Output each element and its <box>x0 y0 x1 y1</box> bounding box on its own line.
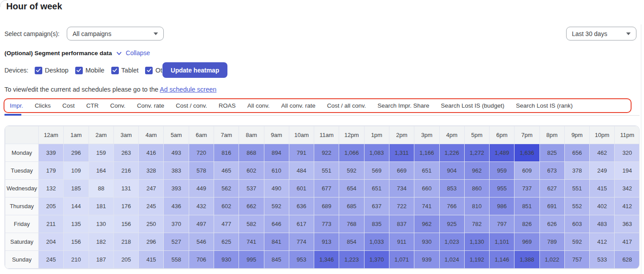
heatmap-cell-monday-9am[interactable]: 894 <box>264 144 289 162</box>
device-checkbox-tablet[interactable]: Tablet <box>111 67 139 74</box>
heatmap-cell-friday-6pm[interactable]: 797 <box>490 215 514 233</box>
heatmap-cell-thursday-11pm[interactable]: 412 <box>615 197 640 215</box>
heatmap-cell-saturday-12am[interactable]: 204 <box>39 233 64 251</box>
update-heatmap-button[interactable]: Update heatmap <box>162 62 227 78</box>
tab-search-lost-is-budget[interactable]: Search Lost IS (budget) <box>441 102 505 109</box>
heatmap-cell-sunday-1am[interactable]: 210 <box>64 251 89 269</box>
heatmap-cell-friday-3pm[interactable]: 962 <box>414 215 439 233</box>
heatmap-cell-monday-7pm[interactable]: 1,636 <box>514 144 539 162</box>
heatmap-cell-thursday-8am[interactable]: 662 <box>239 197 264 215</box>
heatmap-cell-monday-8am[interactable]: 868 <box>239 144 264 162</box>
heatmap-cell-wednesday-5am[interactable]: 393 <box>164 180 189 197</box>
heatmap-cell-wednesday-12am[interactable]: 132 <box>39 180 64 197</box>
heatmap-cell-tuesday-5pm[interactable]: 962 <box>464 162 489 180</box>
heatmap-cell-tuesday-8am[interactable]: 602 <box>239 162 264 180</box>
heatmap-cell-sunday-1pm[interactable]: 1,370 <box>364 251 389 269</box>
heatmap-cell-monday-2am[interactable]: 159 <box>89 144 113 162</box>
heatmap-cell-tuesday-5am[interactable]: 383 <box>164 162 189 180</box>
heatmap-cell-monday-10pm[interactable]: 462 <box>590 144 615 162</box>
heatmap-cell-friday-2am[interactable]: 130 <box>89 215 113 233</box>
heatmap-cell-sunday-4am[interactable]: 415 <box>139 251 164 269</box>
tab-conv-rate[interactable]: Conv. rate <box>137 102 164 109</box>
tab-cost[interactable]: Cost <box>62 102 75 109</box>
heatmap-cell-wednesday-2pm[interactable]: 734 <box>389 180 414 197</box>
heatmap-cell-friday-5am[interactable]: 370 <box>164 215 189 233</box>
heatmap-cell-thursday-9am[interactable]: 592 <box>264 197 289 215</box>
tab-search-impr-share[interactable]: Search Impr. Share <box>377 102 429 109</box>
heatmap-cell-wednesday-6pm[interactable]: 955 <box>490 180 514 197</box>
heatmap-cell-monday-11am[interactable]: 922 <box>314 144 339 162</box>
heatmap-cell-wednesday-1pm[interactable]: 651 <box>364 180 389 197</box>
heatmap-cell-friday-1am[interactable]: 135 <box>64 215 89 233</box>
heatmap-cell-saturday-6pm[interactable]: 1,101 <box>490 233 514 251</box>
heatmap-cell-wednesday-7pm[interactable]: 737 <box>514 180 539 197</box>
heatmap-cell-monday-9pm[interactable]: 656 <box>564 144 589 162</box>
heatmap-cell-wednesday-6am[interactable]: 449 <box>189 180 214 197</box>
heatmap-cell-thursday-7am[interactable]: 602 <box>214 197 239 215</box>
tab-impr[interactable]: Impr. <box>10 102 23 109</box>
chevron-down-icon[interactable] <box>116 50 122 56</box>
heatmap-cell-thursday-1am[interactable]: 144 <box>64 197 89 215</box>
heatmap-cell-sunday-8am[interactable]: 995 <box>239 251 264 269</box>
heatmap-cell-tuesday-8pm[interactable]: 673 <box>539 162 564 180</box>
tab-all-conv-rate[interactable]: All conv. rate <box>281 102 316 109</box>
heatmap-cell-friday-4am[interactable]: 250 <box>139 215 164 233</box>
heatmap-cell-tuesday-4am[interactable]: 328 <box>139 162 164 180</box>
heatmap-cell-tuesday-9am[interactable]: 610 <box>264 162 289 180</box>
heatmap-cell-monday-12am[interactable]: 339 <box>39 144 64 162</box>
heatmap-cell-wednesday-10pm[interactable]: 415 <box>590 180 615 197</box>
heatmap-cell-wednesday-12pm[interactable]: 654 <box>339 180 364 197</box>
heatmap-cell-thursday-5pm[interactable]: 810 <box>464 197 489 215</box>
heatmap-cell-friday-4pm[interactable]: 925 <box>439 215 464 233</box>
heatmap-cell-tuesday-1pm[interactable]: 569 <box>364 162 389 180</box>
campaign-select[interactable]: All campaigns <box>67 27 164 40</box>
heatmap-cell-monday-6pm[interactable]: 1,489 <box>490 144 514 162</box>
heatmap-cell-saturday-10pm[interactable]: 412 <box>590 233 615 251</box>
heatmap-cell-monday-3am[interactable]: 263 <box>113 144 138 162</box>
heatmap-cell-monday-1pm[interactable]: 1,083 <box>364 144 389 162</box>
heatmap-cell-sunday-10pm[interactable]: 533 <box>590 251 615 269</box>
heatmap-cell-monday-2pm[interactable]: 1,311 <box>389 144 414 162</box>
heatmap-cell-tuesday-10pm[interactable]: 249 <box>590 162 615 180</box>
heatmap-cell-monday-7am[interactable]: 816 <box>214 144 239 162</box>
heatmap-cell-monday-8pm[interactable]: 825 <box>539 144 564 162</box>
heatmap-cell-saturday-5pm[interactable]: 1,130 <box>464 233 489 251</box>
heatmap-cell-sunday-7am[interactable]: 930 <box>214 251 239 269</box>
heatmap-cell-tuesday-2pm[interactable]: 669 <box>389 162 414 180</box>
tab-cost-all-conv[interactable]: Cost / all conv. <box>327 102 366 109</box>
tab-cost-conv[interactable]: Cost / conv. <box>176 102 207 109</box>
heatmap-cell-thursday-5am[interactable]: 436 <box>164 197 189 215</box>
heatmap-cell-thursday-9pm[interactable]: 552 <box>564 197 589 215</box>
tab-conv[interactable]: Conv. <box>110 102 126 109</box>
heatmap-cell-thursday-1pm[interactable]: 637 <box>364 197 389 215</box>
heatmap-cell-friday-8pm[interactable]: 626 <box>539 215 564 233</box>
heatmap-cell-friday-10pm[interactable]: 483 <box>590 215 615 233</box>
heatmap-cell-monday-5am[interactable]: 493 <box>164 144 189 162</box>
heatmap-cell-monday-10am[interactable]: 791 <box>289 144 314 162</box>
collapse-link[interactable]: Collapse <box>126 49 150 56</box>
heatmap-cell-sunday-2am[interactable]: 187 <box>89 251 113 269</box>
heatmap-cell-wednesday-4pm[interactable]: 853 <box>439 180 464 197</box>
heatmap-cell-tuesday-12am[interactable]: 179 <box>39 162 64 180</box>
heatmap-cell-sunday-9am[interactable]: 845 <box>264 251 289 269</box>
heatmap-cell-friday-3am[interactable]: 156 <box>113 215 138 233</box>
heatmap-cell-thursday-10am[interactable]: 636 <box>289 197 314 215</box>
heatmap-cell-sunday-4pm[interactable]: 1,024 <box>439 251 464 269</box>
heatmap-cell-thursday-7pm[interactable]: 851 <box>514 197 539 215</box>
heatmap-cell-thursday-12pm[interactable]: 685 <box>339 197 364 215</box>
heatmap-cell-sunday-6pm[interactable]: 1,146 <box>490 251 514 269</box>
heatmap-cell-saturday-4pm[interactable]: 1,023 <box>439 233 464 251</box>
heatmap-cell-sunday-6am[interactable]: 706 <box>189 251 214 269</box>
heatmap-cell-saturday-9am[interactable]: 841 <box>264 233 289 251</box>
heatmap-cell-thursday-11am[interactable]: 689 <box>314 197 339 215</box>
heatmap-cell-saturday-8am[interactable]: 741 <box>239 233 264 251</box>
heatmap-cell-friday-2pm[interactable]: 837 <box>389 215 414 233</box>
heatmap-cell-tuesday-1am[interactable]: 109 <box>64 162 89 180</box>
heatmap-cell-tuesday-6am[interactable]: 578 <box>189 162 214 180</box>
heatmap-cell-tuesday-6pm[interactable]: 959 <box>490 162 514 180</box>
tab-roas[interactable]: ROAS <box>219 102 235 109</box>
heatmap-cell-tuesday-11am[interactable]: 551 <box>314 162 339 180</box>
heatmap-cell-tuesday-12pm[interactable]: 592 <box>339 162 364 180</box>
heatmap-cell-saturday-9pm[interactable]: 592 <box>564 233 589 251</box>
heatmap-cell-friday-12am[interactable]: 211 <box>39 215 64 233</box>
